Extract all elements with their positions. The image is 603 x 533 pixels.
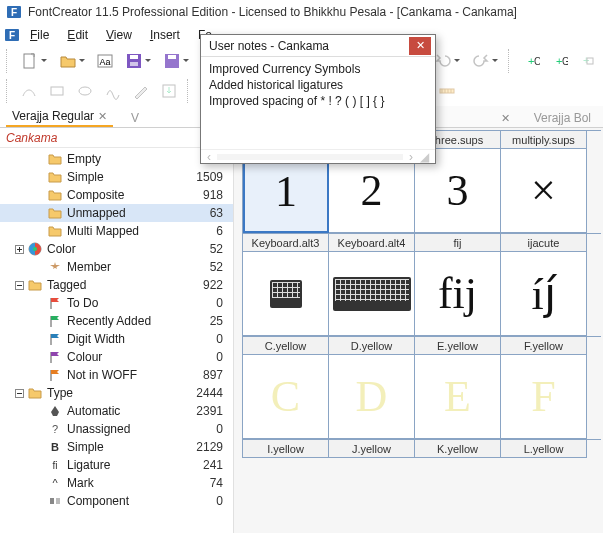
tree-label: Component [67, 494, 183, 508]
glyph-tree[interactable]: Empty17Simple1509Composite918Unmapped63M… [0, 148, 233, 533]
tree-row[interactable]: BSimple2129 [0, 438, 233, 456]
tree-row[interactable]: Recently Added25 [0, 312, 233, 330]
scroll-right-icon[interactable]: › [409, 150, 413, 164]
menu-insert[interactable]: Insert [142, 26, 188, 44]
tree-row[interactable]: Tagged922 [0, 276, 233, 294]
preview-button[interactable]: Aa [93, 49, 117, 73]
tree-row[interactable]: Not in WOFF897 [0, 366, 233, 384]
svg-text:B: B [51, 441, 59, 453]
glyph-caption[interactable]: Keyboard.alt4 [329, 234, 415, 252]
tree-count: 52 [183, 260, 223, 274]
app-icon-small[interactable]: F [4, 27, 20, 43]
tree-row[interactable]: Empty17 [0, 150, 233, 168]
expand-icon[interactable] [14, 388, 25, 399]
glyph-caption[interactable]: L.yellow [501, 440, 587, 458]
svg-text:F: F [9, 30, 15, 41]
popup-close-button[interactable]: ✕ [409, 37, 431, 55]
save-as-button[interactable] [159, 49, 193, 73]
tree-row[interactable]: Type2444 [0, 384, 233, 402]
glyph-cell[interactable] [243, 252, 329, 336]
tree-label: Automatic [67, 404, 183, 418]
tree-row[interactable]: Color52 [0, 240, 233, 258]
popup-scrollbar[interactable]: ‹ › ◢ [201, 149, 435, 163]
new-button[interactable] [17, 49, 51, 73]
glyph-caption[interactable]: multiply.sups [501, 131, 587, 149]
tree-row[interactable]: ?Unassigned0 [0, 420, 233, 438]
tree-label: Simple [67, 170, 183, 184]
contour-tool[interactable] [17, 79, 41, 103]
glyph-cell[interactable]: íj́ [501, 252, 587, 336]
tab-label: V [131, 111, 139, 125]
open-button[interactable] [55, 49, 89, 73]
glyph-caption[interactable]: K.yellow [415, 440, 501, 458]
scroll-left-icon[interactable]: ‹ [207, 150, 211, 164]
doc-tab-close[interactable]: ✕ [495, 110, 516, 127]
tree-label: Color [47, 242, 183, 256]
tree-row[interactable]: fiLigature241 [0, 456, 233, 474]
tab-close-icon[interactable]: ✕ [98, 110, 107, 123]
measure-tool[interactable] [435, 79, 459, 103]
tree-row[interactable]: ^Mark74 [0, 474, 233, 492]
tree-row[interactable]: Member52 [0, 258, 233, 276]
svg-marker-37 [50, 262, 60, 269]
glyph-cell[interactable]: fij [415, 252, 501, 336]
glyph-cell[interactable]: C [243, 355, 329, 439]
menu-edit[interactable]: Edit [59, 26, 96, 44]
import-tool[interactable] [157, 79, 181, 103]
menu-view[interactable]: View [98, 26, 140, 44]
tree-row[interactable]: Simple1509 [0, 168, 233, 186]
save-button[interactable] [121, 49, 155, 73]
menu-file[interactable]: File [22, 26, 57, 44]
tree-row[interactable]: Digit Width0 [0, 330, 233, 348]
glyph-caption[interactable]: C.yellow [243, 337, 329, 355]
glyph-cell[interactable]: × [501, 149, 587, 233]
glyph-cell[interactable] [329, 252, 415, 336]
tree-row[interactable]: Composite918 [0, 186, 233, 204]
folder-icon [27, 385, 43, 401]
tree-label: Colour [67, 350, 183, 364]
tree-count: 0 [183, 332, 223, 346]
tree-row[interactable]: Unmapped63 [0, 204, 233, 222]
tree-row[interactable]: To Do0 [0, 294, 233, 312]
tree-row[interactable]: Multi Mapped6 [0, 222, 233, 240]
expand-icon[interactable] [14, 280, 25, 291]
glyph-cell[interactable]: D [329, 355, 415, 439]
glyph-cell[interactable]: F [501, 355, 587, 439]
tree-label: Multi Mapped [67, 224, 183, 238]
glyph-caption[interactable]: fij [415, 234, 501, 252]
glyph-cell[interactable]: E [415, 355, 501, 439]
tab-verajja-regular[interactable]: Verajja Regular ✕ [6, 107, 113, 127]
svg-text:^: ^ [52, 477, 58, 489]
svg-point-36 [33, 247, 37, 251]
glyph-caption[interactable]: ijacute [501, 234, 587, 252]
glyph-caption[interactable]: Keyboard.alt3 [243, 234, 329, 252]
glyph-caption[interactable]: I.yellow [243, 440, 329, 458]
tree-row[interactable]: Component0 [0, 492, 233, 510]
rect-tool[interactable] [45, 79, 69, 103]
glyph-caption[interactable]: D.yellow [329, 337, 415, 355]
tree-row[interactable]: Automatic2391 [0, 402, 233, 420]
ellipse-tool[interactable] [73, 79, 97, 103]
freehand-tool[interactable] [101, 79, 125, 103]
subtab-cankama[interactable]: Cankama [6, 131, 57, 145]
knife-tool[interactable] [129, 79, 153, 103]
expand-icon[interactable] [14, 244, 25, 255]
svg-rect-45 [56, 498, 60, 504]
tree-row[interactable]: Colour0 [0, 348, 233, 366]
glyph-grid[interactable]: one.supstwo.supsthree.supsmultiply.sups1… [242, 130, 601, 458]
glyph-caption[interactable]: E.yellow [415, 337, 501, 355]
svg-text:F: F [11, 7, 17, 18]
tab-verajja-bold[interactable]: Verajja Bol [528, 109, 597, 127]
redo-button[interactable] [468, 49, 502, 73]
tab-v[interactable]: V [125, 109, 145, 127]
app-icon: F [6, 4, 22, 20]
add-g-button[interactable]: +G [547, 49, 571, 73]
tree-count: 922 [183, 278, 223, 292]
glyph-caption[interactable]: J.yellow [329, 440, 415, 458]
add-c-button[interactable]: +C [519, 49, 543, 73]
tree-label: Recently Added [67, 314, 183, 328]
tree-label: Unmapped [67, 206, 183, 220]
flag-purple-icon [47, 349, 63, 365]
glyph-caption[interactable]: F.yellow [501, 337, 587, 355]
add-rect-button[interactable]: + [575, 49, 599, 73]
